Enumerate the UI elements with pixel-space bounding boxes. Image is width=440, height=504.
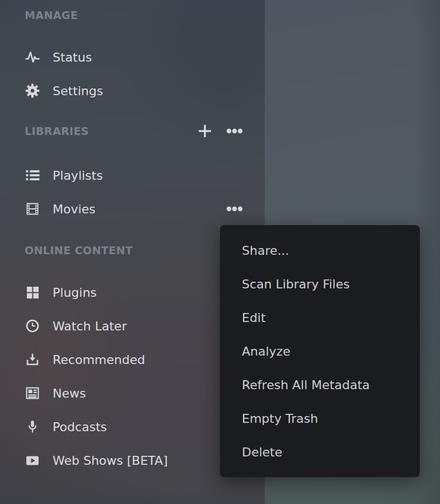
menu-item-share[interactable]: Share... <box>220 234 420 267</box>
menu-item-delete[interactable]: Delete <box>220 435 420 469</box>
section-header-online-content: ONLINE CONTENT <box>25 244 133 256</box>
sidebar-item-movies[interactable]: Movies <box>0 192 265 226</box>
menu-item-scan-library-files[interactable]: Scan Library Files <box>220 267 420 301</box>
plus-icon <box>197 123 213 139</box>
library-context-menu: Share... Scan Library Files Edit Analyze… <box>220 225 420 477</box>
sidebar-item-status[interactable]: Status <box>0 40 265 74</box>
sidebar-item-settings[interactable]: Settings <box>0 74 265 108</box>
newspaper-icon <box>25 385 40 401</box>
menu-item-empty-trash[interactable]: Empty Trash <box>220 402 420 435</box>
sidebar-item-label: News <box>53 386 86 400</box>
section-header-manage: MANAGE <box>25 9 78 21</box>
sidebar-item-label: Playlists <box>53 169 103 183</box>
movies-more-button[interactable] <box>226 206 243 212</box>
sidebar-item-label: Status <box>53 50 92 64</box>
play-video-icon <box>25 452 40 468</box>
menu-item-analyze[interactable]: Analyze <box>220 334 420 368</box>
menu-item-refresh-all-metadata[interactable]: Refresh All Metadata <box>220 368 420 402</box>
film-icon <box>25 201 40 217</box>
clock-icon <box>25 318 40 334</box>
sidebar-item-label: Podcasts <box>53 420 107 434</box>
sidebar-item-label: Recommended <box>53 353 145 367</box>
microphone-icon <box>25 419 40 435</box>
sidebar-item-label: Web Shows [BETA] <box>53 454 168 468</box>
sidebar-item-playlists[interactable]: Playlists <box>0 158 265 192</box>
section-header-libraries: LIBRARIES <box>25 125 89 137</box>
menu-item-edit[interactable]: Edit <box>220 301 420 334</box>
sidebar-item-label: Settings <box>53 84 103 98</box>
ellipsis-icon <box>226 128 243 134</box>
add-library-button[interactable] <box>197 123 213 139</box>
ellipsis-icon <box>226 206 243 212</box>
sidebar-item-label: Watch Later <box>53 319 127 333</box>
playlist-icon <box>25 167 40 183</box>
libraries-more-button[interactable] <box>226 128 243 134</box>
activity-icon <box>25 49 40 65</box>
download-icon <box>25 352 40 367</box>
sidebar-item-label: Movies <box>53 202 96 216</box>
gear-icon <box>25 83 40 99</box>
grid-icon <box>25 284 40 300</box>
sidebar-item-label: Plugins <box>53 286 97 300</box>
